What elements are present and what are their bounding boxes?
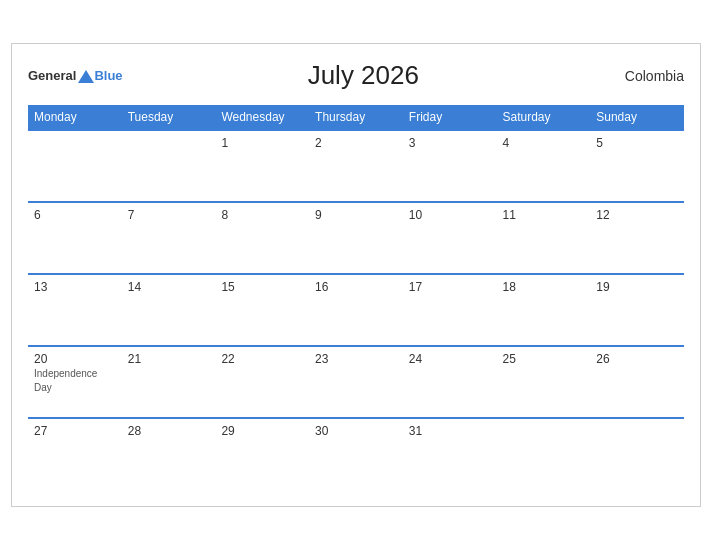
day-number: 1 xyxy=(221,136,303,150)
calendar-week-row: 13141516171819 xyxy=(28,274,684,346)
calendar-cell: 26 xyxy=(590,346,684,418)
day-number: 15 xyxy=(221,280,303,294)
calendar-week-row: 12345 xyxy=(28,130,684,202)
calendar-cell: 15 xyxy=(215,274,309,346)
calendar-cell xyxy=(497,418,591,490)
calendar-cell: 20Independence Day xyxy=(28,346,122,418)
day-number: 25 xyxy=(503,352,585,366)
day-number: 28 xyxy=(128,424,210,438)
calendar-cell: 14 xyxy=(122,274,216,346)
calendar-cell: 27 xyxy=(28,418,122,490)
calendar-cell: 1 xyxy=(215,130,309,202)
weekday-header-monday: Monday xyxy=(28,105,122,130)
weekday-header-tuesday: Tuesday xyxy=(122,105,216,130)
weekday-header-saturday: Saturday xyxy=(497,105,591,130)
day-number: 26 xyxy=(596,352,678,366)
calendar-header: General Blue July 2026 Colombia xyxy=(28,60,684,91)
calendar-cell: 10 xyxy=(403,202,497,274)
calendar-cell: 11 xyxy=(497,202,591,274)
calendar-cell: 19 xyxy=(590,274,684,346)
day-number: 22 xyxy=(221,352,303,366)
calendar-cell: 2 xyxy=(309,130,403,202)
day-number: 4 xyxy=(503,136,585,150)
calendar-cell: 16 xyxy=(309,274,403,346)
calendar-container: General Blue July 2026 Colombia MondayTu… xyxy=(11,43,701,507)
calendar-cell xyxy=(590,418,684,490)
day-number: 16 xyxy=(315,280,397,294)
calendar-grid: MondayTuesdayWednesdayThursdayFridaySatu… xyxy=(28,105,684,490)
calendar-cell: 13 xyxy=(28,274,122,346)
day-number: 19 xyxy=(596,280,678,294)
logo-general-text: General xyxy=(28,68,76,83)
calendar-week-row: 2728293031 xyxy=(28,418,684,490)
day-number: 2 xyxy=(315,136,397,150)
calendar-cell: 30 xyxy=(309,418,403,490)
calendar-cell xyxy=(122,130,216,202)
calendar-cell: 4 xyxy=(497,130,591,202)
day-number: 21 xyxy=(128,352,210,366)
calendar-cell: 17 xyxy=(403,274,497,346)
calendar-cell: 5 xyxy=(590,130,684,202)
day-number: 17 xyxy=(409,280,491,294)
calendar-cell: 3 xyxy=(403,130,497,202)
day-number: 11 xyxy=(503,208,585,222)
calendar-country: Colombia xyxy=(604,68,684,84)
day-number: 20 xyxy=(34,352,116,366)
calendar-cell: 31 xyxy=(403,418,497,490)
calendar-cell: 7 xyxy=(122,202,216,274)
day-number: 6 xyxy=(34,208,116,222)
day-number: 8 xyxy=(221,208,303,222)
day-number: 3 xyxy=(409,136,491,150)
calendar-cell: 28 xyxy=(122,418,216,490)
calendar-cell: 18 xyxy=(497,274,591,346)
logo-triangle-icon xyxy=(78,70,94,83)
calendar-cell: 24 xyxy=(403,346,497,418)
day-number: 9 xyxy=(315,208,397,222)
day-number: 30 xyxy=(315,424,397,438)
calendar-title: July 2026 xyxy=(123,60,604,91)
day-number: 29 xyxy=(221,424,303,438)
day-number: 27 xyxy=(34,424,116,438)
day-number: 14 xyxy=(128,280,210,294)
calendar-cell xyxy=(28,130,122,202)
calendar-cell: 6 xyxy=(28,202,122,274)
calendar-cell: 25 xyxy=(497,346,591,418)
day-number: 31 xyxy=(409,424,491,438)
day-number: 7 xyxy=(128,208,210,222)
day-number: 24 xyxy=(409,352,491,366)
logo: General Blue xyxy=(28,68,123,83)
day-number: 5 xyxy=(596,136,678,150)
calendar-cell: 9 xyxy=(309,202,403,274)
logo-blue-text: Blue xyxy=(94,68,122,83)
day-event: Independence Day xyxy=(34,368,97,393)
calendar-cell: 12 xyxy=(590,202,684,274)
day-number: 12 xyxy=(596,208,678,222)
calendar-cell: 23 xyxy=(309,346,403,418)
weekday-header-wednesday: Wednesday xyxy=(215,105,309,130)
weekday-header-thursday: Thursday xyxy=(309,105,403,130)
calendar-cell: 29 xyxy=(215,418,309,490)
weekday-header-row: MondayTuesdayWednesdayThursdayFridaySatu… xyxy=(28,105,684,130)
day-number: 13 xyxy=(34,280,116,294)
day-number: 18 xyxy=(503,280,585,294)
calendar-week-row: 6789101112 xyxy=(28,202,684,274)
weekday-header-friday: Friday xyxy=(403,105,497,130)
calendar-cell: 8 xyxy=(215,202,309,274)
calendar-week-row: 20Independence Day212223242526 xyxy=(28,346,684,418)
day-number: 10 xyxy=(409,208,491,222)
day-number: 23 xyxy=(315,352,397,366)
weekday-header-sunday: Sunday xyxy=(590,105,684,130)
calendar-cell: 22 xyxy=(215,346,309,418)
calendar-cell: 21 xyxy=(122,346,216,418)
